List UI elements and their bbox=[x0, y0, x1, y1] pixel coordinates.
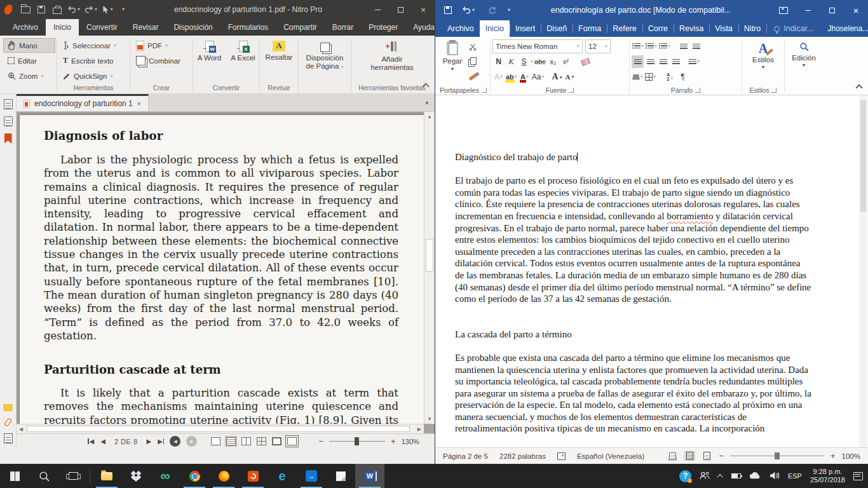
scroll-up-icon[interactable]: ▲ bbox=[427, 112, 432, 121]
justify-button[interactable] bbox=[670, 55, 682, 68]
change-case-button[interactable]: Aa▾ bbox=[531, 71, 545, 83]
file-explorer-button[interactable] bbox=[92, 464, 121, 488]
show-paragraph-marks-button[interactable]: ¶ bbox=[677, 71, 689, 83]
page-layout-button[interactable]: Disposición de Página ▾ bbox=[300, 38, 349, 84]
undo-icon[interactable]: ▾ bbox=[66, 2, 81, 17]
firefox-button[interactable] bbox=[209, 464, 238, 488]
tab-proteger[interactable]: Proteger bbox=[361, 19, 405, 36]
nitro-button[interactable] bbox=[238, 464, 268, 488]
shading-button[interactable]: ▾ bbox=[632, 71, 644, 83]
highlight-button[interactable]: A Resaltar bbox=[261, 38, 297, 84]
save-icon[interactable] bbox=[444, 6, 452, 14]
account-user-name[interactable]: Jhoselena... bbox=[821, 20, 868, 37]
print-icon[interactable] bbox=[50, 2, 64, 17]
teamviewer-button[interactable]: ↔ bbox=[297, 464, 326, 488]
web-layout-icon[interactable] bbox=[702, 451, 712, 461]
horizontal-scroll-thumb[interactable] bbox=[27, 426, 410, 432]
shrink-font-button[interactable]: A▼ bbox=[564, 71, 576, 83]
previous-page-icon[interactable]: ◀ bbox=[100, 438, 105, 445]
clear-formatting-icon[interactable] bbox=[580, 55, 592, 68]
customize-qat-icon[interactable]: ▾ bbox=[116, 2, 130, 17]
minimize-button[interactable] bbox=[796, 0, 820, 20]
bold-button[interactable]: N bbox=[492, 55, 505, 68]
pdf-horizontal-scrollbar[interactable]: ◀ ▶ bbox=[17, 424, 424, 433]
multilevel-list-button[interactable]: ▾ bbox=[658, 40, 671, 53]
edge-button[interactable]: e bbox=[268, 464, 297, 488]
comments-icon[interactable] bbox=[3, 404, 13, 411]
next-page-icon[interactable]: ▶ bbox=[147, 438, 152, 445]
redo-icon[interactable]: ▾ bbox=[83, 2, 98, 17]
decrease-indent-icon[interactable] bbox=[677, 40, 689, 53]
align-left-button[interactable] bbox=[632, 55, 644, 68]
presentation-view-icon[interactable] bbox=[287, 437, 297, 445]
chrome-button[interactable] bbox=[180, 464, 209, 488]
paragraph-dialog-launcher-icon[interactable] bbox=[695, 88, 700, 93]
facing-pages-view-icon[interactable] bbox=[241, 437, 251, 445]
numbering-button[interactable]: ▾ bbox=[645, 40, 658, 53]
redo-dropdown-icon[interactable]: ▾ bbox=[95, 7, 97, 12]
search-document-icon[interactable] bbox=[4, 116, 13, 126]
sticky-notes-button[interactable] bbox=[326, 464, 355, 488]
line-spacing-button[interactable]: ▾ bbox=[688, 55, 700, 68]
tab-formato[interactable]: Forma bbox=[573, 20, 607, 37]
proofing-status-icon[interactable]: × bbox=[557, 452, 566, 460]
paste-button[interactable]: Pegar ▾ bbox=[438, 39, 466, 85]
tab-revisar[interactable]: Revisa bbox=[674, 20, 709, 37]
word-taskbar-button[interactable]: W bbox=[355, 464, 384, 488]
bookmarks-icon[interactable] bbox=[4, 133, 12, 144]
layers-list-icon[interactable] bbox=[4, 433, 13, 444]
tab-revisar[interactable]: Revisar bbox=[125, 19, 166, 36]
maximize-button[interactable] bbox=[820, 0, 844, 20]
type-text-button[interactable]: T Escribir texto bbox=[58, 53, 128, 68]
editing-button[interactable]: Edición ▾ bbox=[787, 39, 821, 68]
combine-button[interactable]: Combinar bbox=[132, 53, 191, 68]
tab-disposicion[interactable]: Disposición bbox=[166, 19, 220, 36]
text-effects-button[interactable]: A▾ bbox=[492, 71, 505, 83]
task-view-button[interactable] bbox=[58, 464, 88, 488]
tab-formularios[interactable]: Formularios bbox=[220, 19, 276, 36]
vertical-scroll-thumb[interactable] bbox=[426, 239, 433, 272]
document-tab[interactable]: endocrinology of parturition 1 × bbox=[17, 94, 149, 111]
tab-borrar[interactable]: Borrar bbox=[325, 19, 361, 36]
tab-referencias[interactable]: Refere bbox=[607, 20, 642, 37]
undo-icon[interactable]: ▾ bbox=[461, 3, 476, 18]
word-document-text[interactable]: Diagnóstico del trabajo de parto El trab… bbox=[435, 95, 842, 435]
sort-button[interactable]: AZ↓ bbox=[664, 71, 676, 83]
pdf-vertical-scrollbar[interactable]: ▲ ▼ bbox=[424, 112, 435, 424]
zoom-slider-handle[interactable] bbox=[355, 437, 359, 445]
font-name-select[interactable]: Times New Roman ▾ bbox=[492, 39, 583, 53]
zoom-slider[interactable] bbox=[730, 452, 824, 460]
first-page-icon[interactable]: ◀ bbox=[88, 438, 94, 445]
open-file-icon[interactable] bbox=[18, 2, 32, 17]
onedrive-icon[interactable] bbox=[749, 471, 761, 480]
tab-nitro[interactable]: Nitro bbox=[738, 20, 766, 37]
tab-insertar[interactable]: Insert bbox=[510, 20, 541, 37]
strikethrough-button[interactable]: abc bbox=[534, 55, 546, 68]
quicksign-button[interactable]: QuickSign ▾ bbox=[58, 69, 128, 83]
tab-convertir[interactable]: Convertir bbox=[79, 19, 125, 36]
single-page-view-icon[interactable] bbox=[211, 437, 220, 445]
undo-dropdown-icon[interactable]: ▾ bbox=[78, 7, 80, 12]
zoom-out-icon[interactable]: − bbox=[719, 451, 724, 461]
underline-button[interactable]: S bbox=[518, 55, 530, 68]
borders-button[interactable]: ▾ bbox=[644, 71, 656, 83]
cut-icon[interactable] bbox=[466, 41, 478, 53]
ribbon-display-options-icon[interactable] bbox=[771, 0, 796, 20]
clipboard-dialog-launcher-icon[interactable] bbox=[482, 88, 487, 93]
language-indicator[interactable]: ESP bbox=[788, 472, 802, 480]
people-tray-icon[interactable] bbox=[700, 471, 710, 481]
minimize-button[interactable] bbox=[366, 0, 389, 19]
view-history-forward-icon[interactable]: ▶ bbox=[186, 436, 197, 447]
tab-vista[interactable]: Vista bbox=[709, 20, 738, 37]
tab-list-dropdown-icon[interactable]: ▾ bbox=[419, 94, 435, 111]
zoom-slider[interactable] bbox=[329, 437, 385, 445]
add-tools-button[interactable]: + Añadir herramientas bbox=[363, 38, 421, 84]
tab-correspondencia[interactable]: Corre bbox=[642, 20, 674, 37]
scroll-right-icon[interactable]: ▶ bbox=[417, 424, 421, 434]
align-center-button[interactable] bbox=[644, 55, 656, 68]
word-document-area[interactable]: Diagnóstico del trabajo de parto El trab… bbox=[435, 95, 868, 447]
copy-icon[interactable] bbox=[466, 55, 478, 67]
font-size-select[interactable]: 12 ▾ bbox=[585, 39, 611, 53]
continuous-view-icon[interactable] bbox=[226, 437, 236, 445]
font-color-button[interactable]: A▾ bbox=[519, 71, 531, 83]
